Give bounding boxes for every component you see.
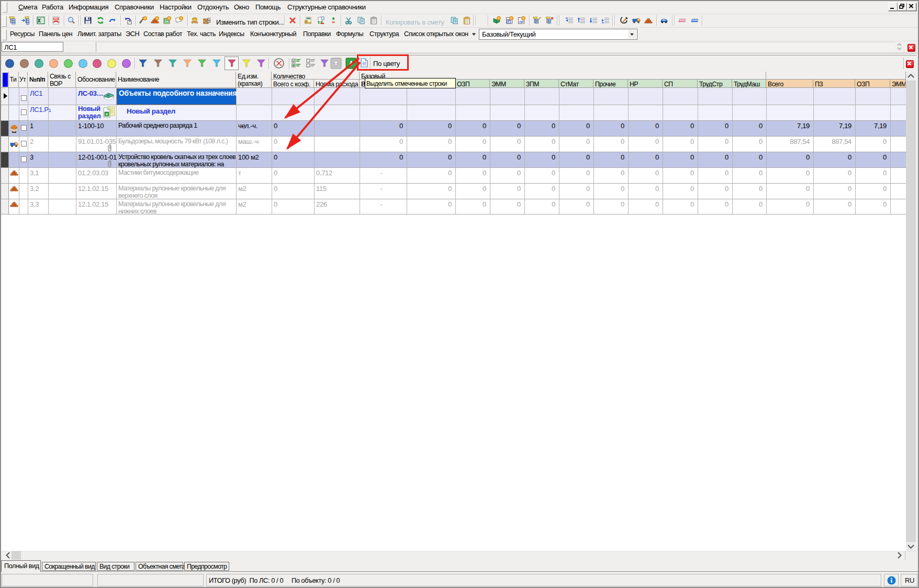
svg-text:PDF: PDF xyxy=(54,18,59,20)
svg-text:ПР: ПР xyxy=(519,20,523,24)
svg-text:P: P xyxy=(106,113,108,116)
